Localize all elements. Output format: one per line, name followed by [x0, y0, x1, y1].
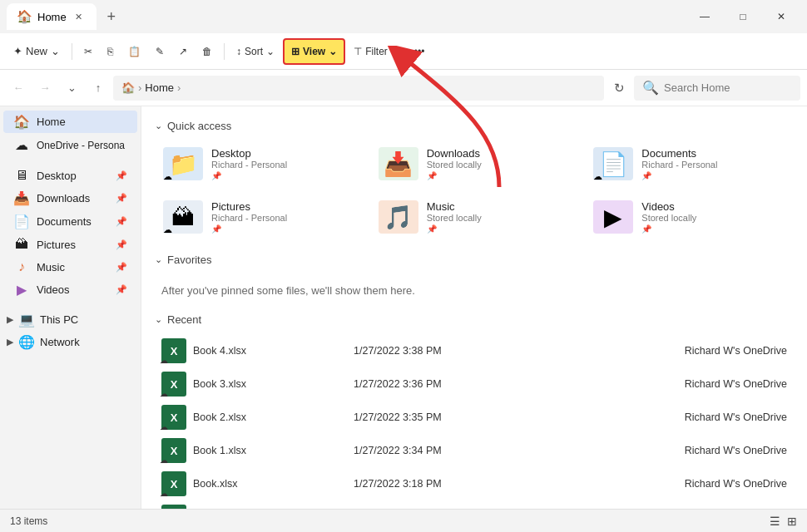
file-cell-1: X ☁ Book 3.xlsx — [155, 367, 347, 401]
home-tab[interactable]: 🏠 Home ✕ — [7, 3, 97, 30]
delete-icon: 🗑 — [202, 46, 212, 57]
tab-close-button[interactable]: ✕ — [72, 9, 87, 24]
address-path[interactable]: 🏠 › Home › — [113, 76, 604, 101]
copy-button[interactable]: ⎘ — [101, 38, 120, 65]
list-view-icon[interactable]: ☰ — [770, 515, 780, 528]
view-button[interactable]: ⊞ View ⌄ — [283, 38, 345, 65]
table-row[interactable]: X ☁ Book 1.xlsx 1/27/2022 3:34 PM Richar… — [155, 434, 794, 467]
sidebar-group-network[interactable]: ▶ 🌐 Network — [0, 331, 141, 353]
sidebar-thispc-label: This PC — [40, 313, 78, 326]
favorites-chevron: ⌄ — [155, 254, 162, 265]
new-tab-button[interactable]: + — [100, 5, 123, 28]
up-button[interactable]: ↑ — [87, 76, 110, 100]
file-date-5: 11/16/2021 11:49 AM — [347, 500, 567, 509]
file-name-1: Book 3.xlsx — [193, 378, 246, 390]
pin-icon-4: 📌 — [116, 239, 127, 250]
downloads-sidebar-icon: 📥 — [13, 190, 30, 206]
sidebar-desktop-label: Desktop — [37, 170, 77, 182]
view-chevron: ⌄ — [329, 46, 337, 57]
folder-name-1: Downloads — [427, 147, 482, 160]
sidebar-item-onedrive[interactable]: ☁ OneDrive - Persona — [3, 134, 137, 156]
forward-button[interactable]: → — [33, 76, 57, 100]
pin-indicator-3: 📌 — [211, 224, 287, 234]
cut-button[interactable]: ✂ — [77, 38, 99, 65]
cut-icon: ✂ — [84, 46, 92, 57]
more-button[interactable]: ••• — [408, 38, 432, 65]
separator-2 — [224, 43, 225, 60]
paste-icon: 📋 — [128, 46, 141, 57]
table-row[interactable]: X ☁ Book 2.xlsx 1/27/2022 3:35 PM Richar… — [155, 401, 794, 434]
file-name-2: Book 2.xlsx — [193, 411, 246, 423]
filter-button[interactable]: ⊤ Filter ⌄ — [347, 38, 406, 65]
file-name-3: Book 1.xlsx — [193, 445, 246, 456]
file-cell-5: X ☁ Banking — [155, 500, 347, 509]
network-icon: 🌐 — [18, 334, 35, 350]
delete-button[interactable]: 🗑 — [196, 38, 219, 65]
folder-sub-5: Stored locally — [641, 213, 696, 223]
pin-icon-5: 📌 — [116, 262, 127, 273]
folder-sub-2: Richard - Personal — [641, 160, 717, 170]
folder-info-5: Videos Stored locally 📌 — [641, 200, 696, 234]
folder-card-desktop[interactable]: 📁 ☁ Desktop Richard - Personal 📌 — [155, 140, 364, 187]
rename-icon: ✎ — [156, 46, 164, 57]
recent-header[interactable]: ⌄ Recent — [155, 313, 794, 326]
file-location-5: Richard W's OneDrive — [567, 500, 794, 509]
sidebar-item-pictures[interactable]: 🏔 Pictures 📌 — [3, 234, 137, 255]
table-row[interactable]: X ☁ Book 4.xlsx 1/27/2022 3:38 PM Richar… — [155, 334, 794, 367]
folder-name-5: Videos — [641, 200, 696, 213]
favorites-header[interactable]: ⌄ Favorites — [155, 254, 794, 266]
file-location-4: Richard W's OneDrive — [567, 467, 794, 500]
folder-card-videos[interactable]: ▶ Videos Stored locally 📌 — [585, 194, 794, 240]
pin-icon-3: 📌 — [116, 216, 127, 227]
onedrive-icon: ☁ — [13, 137, 30, 153]
table-row[interactable]: X ☁ Book 3.xlsx 1/27/2022 3:36 PM Richar… — [155, 367, 794, 401]
cloud-badge-3: ☁ — [160, 456, 168, 465]
sidebar-music-label: Music — [37, 261, 65, 273]
sidebar-item-downloads[interactable]: 📥 Downloads 📌 — [3, 187, 137, 209]
expand-icon-thispc: ▶ — [7, 314, 13, 325]
quick-access-grid: 📁 ☁ Desktop Richard - Personal 📌 📥 Downl… — [155, 140, 794, 240]
sort-button[interactable]: ↕ Sort ⌄ — [230, 38, 281, 65]
folder-card-pictures[interactable]: 🏔 ☁ Pictures Richard - Personal 📌 — [155, 194, 364, 240]
table-row[interactable]: X ☁ Banking 11/16/2021 11:49 AM Richard … — [155, 500, 794, 509]
folder-card-downloads[interactable]: 📥 Downloads Stored locally 📌 — [370, 140, 579, 187]
folder-card-documents[interactable]: 📄 ☁ Documents Richard - Personal 📌 — [585, 140, 794, 187]
quick-access-header[interactable]: ⌄ Quick access — [155, 120, 794, 132]
desktop-sidebar-icon: 🖥 — [13, 168, 30, 183]
grid-view-icon[interactable]: ⊞ — [787, 515, 797, 528]
search-box[interactable]: 🔍 — [634, 76, 800, 101]
view-label: View — [303, 46, 325, 57]
back-button[interactable]: ← — [7, 76, 30, 100]
share-button[interactable]: ↗ — [172, 38, 194, 65]
refresh-button[interactable]: ↻ — [607, 76, 631, 100]
sidebar-group-thispc[interactable]: ▶ 💻 This PC — [0, 308, 141, 331]
folder-sub-1: Stored locally — [427, 160, 482, 170]
folder-sub-3: Richard - Personal — [211, 213, 287, 223]
minimize-button[interactable]: — — [686, 3, 724, 30]
folder-sub-0: Richard - Personal — [211, 160, 287, 170]
folder-icon-4: 🎵 — [379, 200, 418, 234]
folder-info-3: Pictures Richard - Personal 📌 — [211, 200, 287, 234]
new-button[interactable]: ✦ New ⌄ — [7, 38, 67, 65]
paste-button[interactable]: 📋 — [121, 38, 147, 65]
table-row[interactable]: X ☁ Book.xlsx 1/27/2022 3:18 PM Richard … — [155, 467, 794, 500]
sidebar-item-documents[interactable]: 📄 Documents 📌 — [3, 210, 137, 233]
history-chevron[interactable]: ⌄ — [60, 76, 83, 100]
sidebar-network-label: Network — [40, 336, 80, 348]
sidebar-item-music[interactable]: ♪ Music 📌 — [3, 256, 137, 278]
maximize-button[interactable]: □ — [724, 3, 762, 30]
recent-label: Recent — [167, 313, 201, 326]
filter-icon: ⊤ — [354, 46, 362, 57]
title-bar: 🏠 Home ✕ + — □ ✕ — [0, 0, 807, 33]
folder-name-0: Desktop — [211, 147, 287, 160]
folder-card-music[interactable]: 🎵 Music Stored locally 📌 — [370, 194, 579, 240]
sidebar-item-desktop[interactable]: 🖥 Desktop 📌 — [3, 165, 137, 186]
pin-icon-2: 📌 — [116, 193, 127, 204]
file-cell-0: X ☁ Book 4.xlsx — [155, 334, 347, 367]
search-input[interactable] — [664, 81, 804, 94]
sidebar-item-home[interactable]: 🏠 Home — [3, 111, 137, 133]
close-button[interactable]: ✕ — [762, 3, 800, 30]
rename-button[interactable]: ✎ — [149, 38, 171, 65]
folder-info-0: Desktop Richard - Personal 📌 — [211, 147, 287, 180]
sidebar-item-videos[interactable]: ▶ Videos 📌 — [3, 278, 137, 301]
